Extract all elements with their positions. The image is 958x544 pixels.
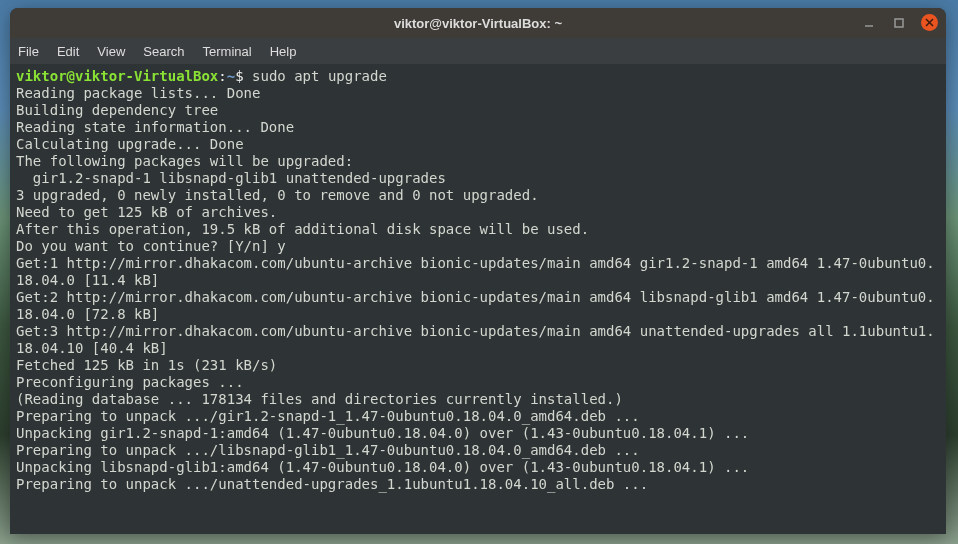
- output-line: 3 upgraded, 0 newly installed, 0 to remo…: [16, 187, 940, 204]
- menu-view[interactable]: View: [97, 44, 125, 59]
- menu-terminal[interactable]: Terminal: [203, 44, 252, 59]
- menubar: File Edit View Search Terminal Help: [10, 38, 946, 64]
- minimize-button[interactable]: [861, 15, 877, 31]
- output-line: (Reading database ... 178134 files and d…: [16, 391, 940, 408]
- close-button[interactable]: [921, 14, 938, 31]
- window-title: viktor@viktor-VirtualBox: ~: [394, 16, 562, 31]
- menu-edit[interactable]: Edit: [57, 44, 79, 59]
- output-line: Unpacking libsnapd-glib1:amd64 (1.47-0ub…: [16, 459, 940, 476]
- output-line: Preparing to unpack .../unattended-upgra…: [16, 476, 940, 493]
- prompt-line: viktor@viktor-VirtualBox:~$ sudo apt upg…: [16, 68, 940, 85]
- output-line: Preparing to unpack .../gir1.2-snapd-1_1…: [16, 408, 940, 425]
- menu-file[interactable]: File: [18, 44, 39, 59]
- output-line: gir1.2-snapd-1 libsnapd-glib1 unattended…: [16, 170, 940, 187]
- output-line: Building dependency tree: [16, 102, 940, 119]
- menu-help[interactable]: Help: [270, 44, 297, 59]
- command-text: sudo apt upgrade: [252, 68, 387, 84]
- prompt-symbol: $: [235, 68, 243, 84]
- output-line: After this operation, 19.5 kB of additio…: [16, 221, 940, 238]
- output-line: Reading state information... Done: [16, 119, 940, 136]
- output-line: Get:1 http://mirror.dhakacom.com/ubuntu-…: [16, 255, 940, 289]
- maximize-button[interactable]: [891, 15, 907, 31]
- svg-rect-1: [895, 19, 903, 27]
- output-line: Preparing to unpack .../libsnapd-glib1_1…: [16, 442, 940, 459]
- output-line: Calculating upgrade... Done: [16, 136, 940, 153]
- output-line: Preconfiguring packages ...: [16, 374, 940, 391]
- prompt-user-host: viktor@viktor-VirtualBox: [16, 68, 218, 84]
- output-line: The following packages will be upgraded:: [16, 153, 940, 170]
- window-controls: [861, 14, 938, 31]
- output-line: Reading package lists... Done: [16, 85, 940, 102]
- output-line: Get:3 http://mirror.dhakacom.com/ubuntu-…: [16, 323, 940, 357]
- output-line: Do you want to continue? [Y/n] y: [16, 238, 940, 255]
- prompt-path: ~: [227, 68, 235, 84]
- output-line: Unpacking gir1.2-snapd-1:amd64 (1.47-0ub…: [16, 425, 940, 442]
- terminal-window: viktor@viktor-VirtualBox: ~ File Edit Vi…: [10, 8, 946, 534]
- output-line: Fetched 125 kB in 1s (231 kB/s): [16, 357, 940, 374]
- titlebar[interactable]: viktor@viktor-VirtualBox: ~: [10, 8, 946, 38]
- terminal-output: Reading package lists... DoneBuilding de…: [16, 85, 940, 493]
- terminal-body[interactable]: viktor@viktor-VirtualBox:~$ sudo apt upg…: [10, 64, 946, 497]
- output-line: Need to get 125 kB of archives.: [16, 204, 940, 221]
- prompt-colon: :: [218, 68, 226, 84]
- menu-search[interactable]: Search: [143, 44, 184, 59]
- output-line: Get:2 http://mirror.dhakacom.com/ubuntu-…: [16, 289, 940, 323]
